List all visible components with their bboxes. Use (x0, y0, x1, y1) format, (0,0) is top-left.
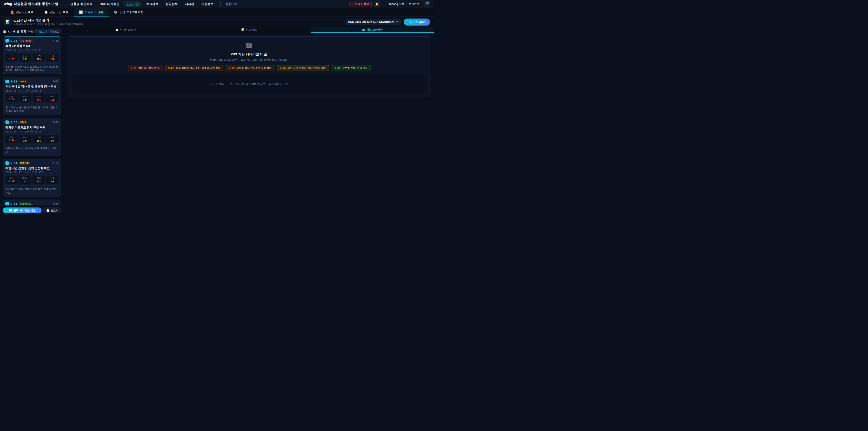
stat-buoyancy: 부력 50% (33, 176, 45, 184)
gis-overlay-panel: 🗺️ GIS 기반 시나리오 비교 선택된 시나리오의 침수 구역을 지도 위에… (67, 36, 431, 97)
scenario-chip-row: S-01 좌현 35° 충돌로 No S-02 침수 확대로 경사 증가, 유출… (71, 65, 427, 71)
scenario-checkbox[interactable]: ✓ (5, 80, 9, 83)
severity-badge: HIGH (19, 80, 27, 83)
world-map-icon: 🗺️ (362, 28, 365, 31)
stat-spill: 유출 30 (46, 176, 59, 184)
compare-scenarios-button[interactable]: 📊 선택 시나리오 비교 (3, 208, 41, 213)
clipboard-icon: 📋 (116, 28, 119, 31)
stat-value: 0.6m (6, 98, 18, 100)
books-icon: 📚 (114, 10, 118, 14)
top-nav: Wing 해양환경 위기대응 통합시스템 유출유 확산예측 HNS·대기확산 긴… (0, 0, 434, 8)
scenario-card-s05[interactable]: ✓ S-05 RESOLVED T+24h 목포항 도착, 선체 안정 2024… (3, 199, 61, 205)
nav-item-aerial-search[interactable]: 항공탐색 (163, 1, 180, 7)
tab-rescue-model-theory[interactable]: 📚 긴급구난모델 이론 (108, 8, 149, 17)
stat-label: 유출 (46, 95, 58, 98)
tab-rescue-list[interactable]: 📋 긴급구난 목록 (39, 8, 74, 17)
sidebar-title: 📋 시나리오 목록 (5개) (3, 30, 33, 34)
nav-item-weather[interactable]: 기상정보 (199, 1, 216, 7)
new-scenario-button[interactable]: + 신규 시나리오 (404, 19, 430, 26)
card-header: ✓ S-05 RESOLVED T+24h (5, 202, 59, 205)
scenario-card-s04[interactable]: ✓ S-04 MEDIUM T+12h 예인 작업 진행중, 선체 안정화 확인… (3, 159, 61, 196)
check-icon: ✓ (6, 121, 8, 123)
stat-label: 유출 (46, 55, 58, 57)
scenario-chip-s01[interactable]: S-01 좌현 35° 충돌로 No (128, 65, 163, 71)
check-icon: ✓ (6, 80, 8, 83)
severity-badge: MEDIUM (19, 161, 30, 165)
stat-value: 100 (46, 58, 58, 61)
nav-item-integrated-search[interactable]: 통합조회 (220, 1, 241, 7)
scenario-id: S-05 (10, 202, 17, 205)
sort-controls: 시간순 위험도순 (35, 29, 61, 34)
stat-spill: 유출 80 (46, 135, 59, 143)
tab-label: 시나리오 관리 (85, 10, 103, 14)
stat-heel: 횡경사 18° (19, 94, 31, 102)
stat-buoyancy: 부력 25% (33, 94, 45, 102)
compare-button-label: 선택 시나리오 비교 (13, 209, 35, 212)
notifications-button[interactable]: 🔔 (374, 1, 380, 7)
siren-icon: 🚨 (10, 10, 14, 14)
nav-item-board[interactable]: 게시판 (182, 1, 197, 7)
tab-comparison-chart[interactable]: 📊 비교 차트 (187, 27, 311, 33)
chip-title: 목포항 도착, 선체 안정 (342, 66, 368, 70)
clipboard-icon: 📋 (44, 10, 48, 14)
stat-label: GM (6, 177, 18, 179)
scenario-card-s03[interactable]: ✓ S-03 HIGH T+6h 평형수 이동으로 경사 일부 복원 2024.… (3, 118, 61, 156)
scenario-checkbox[interactable]: ✓ (5, 120, 9, 124)
scenario-card-list[interactable]: ✓ S-01 CRITICAL T+0h 좌현 35° 충돌로 No 2024.… (0, 36, 64, 205)
scenario-checkbox[interactable]: ✓ (5, 161, 9, 165)
scenario-checkbox[interactable]: ✓ (5, 39, 9, 42)
scenario-count: (5개) (28, 30, 33, 33)
tab-label: 긴급구난예측 (16, 10, 33, 14)
time-offset: T+12h (51, 162, 59, 164)
sort-by-time-button[interactable]: 시간순 (35, 29, 47, 34)
menu-button[interactable]: ☰ (424, 1, 430, 7)
scenario-chip-s05[interactable]: S-05 목포항 도착, 선체 안정 (332, 65, 370, 71)
page-title: 긴급구난 시나리오 관리 (13, 18, 83, 22)
check-icon: ✓ (6, 162, 8, 164)
scenario-card-s01[interactable]: ✓ S-01 CRITICAL T+0h 좌현 35° 충돌로 No 2024.… (3, 36, 61, 74)
main-layout: 📋 시나리오 목록 (5개) 시간순 위험도순 ✓ S-01 CRITICAL … (0, 27, 434, 215)
check-icon: ✓ (6, 203, 8, 205)
scenario-chip-s03[interactable]: S-03 평형수 이동으로 경사 일부 복원 (225, 65, 274, 71)
nav-item-hns[interactable]: HNS·대기확산 (97, 1, 122, 7)
module-tab-bar: 🚨 긴급구난예측 📋 긴급구난 목록 📊 시나리오 관리 📚 긴급구난모델 이론 (0, 8, 434, 17)
report-button[interactable]: 📄 보고서 (43, 208, 61, 213)
stat-gm: GM 0.6m (5, 176, 18, 184)
scenario-card-s02[interactable]: ✓ S-02 HIGH T+2h 침수 확대로 경사 증가, 유출량 증가 추세… (3, 77, 61, 115)
stat-value: 0.6m (6, 180, 18, 182)
tab-label: 시나리오 상세 (120, 28, 136, 31)
tab-label: 지도 오버레이 (366, 28, 383, 31)
stat-value: 0.8m (6, 57, 18, 60)
stat-heel: 횡경사 12° (19, 135, 31, 143)
stat-label: GM (6, 55, 18, 57)
scenario-chip-s04[interactable]: S-04 예인 작업 진행중, 선체 안정화 확인 (277, 65, 329, 71)
page-header-actions: RSC-2026-001·M/V SEA GUARDIAN ▼ + 신규 시나리… (345, 19, 430, 26)
chip-id: S-05 (335, 67, 341, 70)
stat-value: 12° (20, 140, 31, 142)
sort-by-risk-button[interactable]: 위험도순 (48, 29, 61, 34)
world-map-icon: 🗺️ (71, 42, 427, 49)
gis-panel-title: GIS 기반 시나리오 비교 (71, 52, 427, 57)
case-select-dropdown[interactable]: RSC-2026-001·M/V SEA GUARDIAN ▼ (345, 19, 401, 25)
nav-item-oil-spill[interactable]: 유출유 확산예측 (68, 1, 95, 7)
stat-label: 횡경사 (20, 136, 31, 139)
tab-scenario-management[interactable]: 📊 시나리오 관리 (74, 8, 108, 17)
nav-item-rescue[interactable]: 긴급구난 (124, 1, 142, 7)
stat-row: GM 0.8m 횡경사 15° 부력 30% 유출 100 (5, 54, 59, 61)
scenario-checkbox[interactable]: ✓ (5, 202, 9, 205)
tab-map-overlay[interactable]: 🗺️ 지도 오버레이 (311, 27, 434, 33)
stat-label: 부력 (33, 55, 44, 57)
nav-item-reports[interactable]: 보고자료 (143, 1, 161, 7)
scenario-chip-s02[interactable]: S-02 침수 확대로 경사 증가, 유출량 증가 추세 (165, 65, 223, 71)
logout-button[interactable]: 로그아웃 (406, 1, 422, 7)
tab-scenario-detail[interactable]: 📋 시나리오 상세 (64, 27, 187, 33)
stat-label: 횡경사 (20, 95, 31, 98)
chip-id: S-04 (280, 67, 286, 70)
main-content: 📋 시나리오 상세 📊 비교 차트 🗺️ 지도 오버레이 🗺️ GIS 기반 시… (64, 27, 434, 215)
stat-row: GM 0.6m 횡경사 8° 부력 50% 유출 30 (5, 176, 59, 184)
stat-label: 횡경사 (20, 177, 31, 180)
scenario-id: S-02 (10, 80, 17, 83)
status-dot-icon: ● (352, 3, 353, 5)
tab-rescue-forecast[interactable]: 🚨 긴급구난예측 (5, 8, 39, 17)
report-button-label: 보고서 (51, 209, 59, 212)
